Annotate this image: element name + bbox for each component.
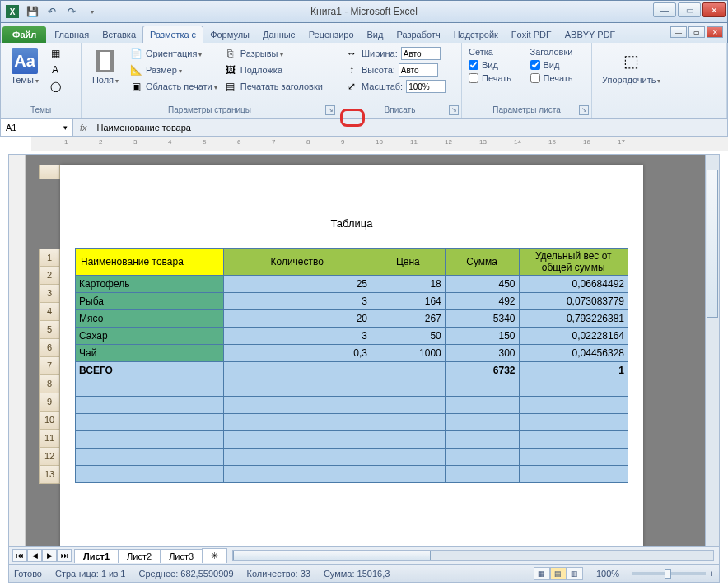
minimize-button[interactable]: — <box>653 2 676 17</box>
total-share-cell[interactable]: 1 <box>519 362 628 379</box>
row-header[interactable]: 5 <box>39 321 60 339</box>
sheet-options-launcher[interactable]: ↘ <box>579 105 589 115</box>
save-button[interactable]: 💾 <box>24 3 40 20</box>
background-button[interactable]: 🖼Подложка <box>224 63 323 77</box>
theme-fonts-button[interactable]: A <box>49 63 62 77</box>
view-normal-button[interactable]: ▦ <box>534 567 550 580</box>
row-header[interactable]: 7 <box>39 357 60 375</box>
row-header[interactable]: 12 <box>39 448 60 466</box>
cell-qty[interactable]: 0,3 <box>223 345 371 362</box>
margins-button[interactable]: Поля <box>88 46 123 105</box>
close-button[interactable]: ✕ <box>702 2 726 17</box>
tab-review[interactable]: Рецензиро <box>302 26 361 43</box>
undo-button[interactable]: ↶ <box>44 3 60 20</box>
header-qty[interactable]: Количество <box>223 249 371 276</box>
cell-price[interactable]: 164 <box>371 293 446 310</box>
formula-value[interactable]: Наименование товара <box>94 123 727 133</box>
header-sum[interactable]: Сумма <box>445 249 519 276</box>
cell-name[interactable]: Сахар <box>76 328 224 345</box>
fx-icon[interactable]: fx <box>73 123 94 133</box>
headings-view-checkbox[interactable] <box>530 60 540 70</box>
breaks-button[interactable]: ⎘Разрывы <box>224 46 323 61</box>
cell-qty[interactable]: 20 <box>223 310 371 328</box>
cell-qty[interactable]: 3 <box>223 293 371 310</box>
zoom-slider[interactable] <box>632 572 706 575</box>
tab-addins[interactable]: Надстройк <box>447 26 505 43</box>
total-qty-cell[interactable] <box>223 362 371 379</box>
print-titles-button[interactable]: ▤Печатать заголовки <box>224 79 323 94</box>
tab-nav-next[interactable]: ▶ <box>42 549 57 562</box>
fit-launcher[interactable]: ↘ <box>449 105 459 115</box>
orientation-button[interactable]: 📄Ориентация <box>129 46 217 61</box>
sheet-tab-3[interactable]: Лист3 <box>160 549 203 563</box>
cell-share[interactable]: 0,04456328 <box>519 345 628 362</box>
row-header[interactable]: 1 <box>39 249 60 267</box>
cell-qty[interactable]: 3 <box>223 328 371 345</box>
cell-share[interactable]: 0,02228164 <box>519 328 628 345</box>
cell-qty[interactable]: 25 <box>223 276 371 293</box>
zoom-knob[interactable] <box>665 569 671 579</box>
gridlines-print-checkbox[interactable] <box>469 73 478 83</box>
cell-price[interactable]: 267 <box>371 310 446 328</box>
cell-name[interactable]: Чай <box>76 345 224 362</box>
sheet-canvas[interactable]: A B C D E 12345678910111213 Таблица Наим… <box>26 155 719 546</box>
name-box[interactable]: A1▾ <box>1 119 73 136</box>
cell-share[interactable]: 0,06684492 <box>519 276 628 293</box>
tab-home[interactable]: Главная <box>48 26 96 43</box>
height-input[interactable] <box>399 63 438 77</box>
view-page-layout-button[interactable]: ▤ <box>550 567 567 580</box>
row-header[interactable]: 13 <box>39 466 60 484</box>
tab-abbyy-pdf[interactable]: ABBYY PDF <box>558 26 623 43</box>
redo-button[interactable]: ↷ <box>63 3 80 20</box>
workbook-close-button[interactable]: ✕ <box>707 26 723 38</box>
gridlines-view-checkbox[interactable] <box>469 60 478 70</box>
tab-formulas[interactable]: Формулы <box>203 26 256 43</box>
tab-data[interactable]: Данные <box>256 26 302 43</box>
total-sum-cell[interactable]: 6732 <box>445 362 519 379</box>
zoom-out-button[interactable]: − <box>623 569 628 579</box>
tab-page-layout[interactable]: Разметка с <box>142 26 203 43</box>
print-area-button[interactable]: ▣Область печати <box>129 79 217 94</box>
row-header[interactable]: 6 <box>39 339 60 357</box>
view-page-break-button[interactable]: ▥ <box>567 567 583 580</box>
tab-nav-last[interactable]: ⏭ <box>57 549 72 562</box>
cell-sum[interactable]: 300 <box>445 345 519 362</box>
cell-price[interactable]: 18 <box>371 276 446 293</box>
cell-sum[interactable]: 150 <box>445 328 519 345</box>
row-header[interactable]: 4 <box>39 303 60 321</box>
row-header[interactable]: 2 <box>39 267 60 285</box>
cell-sum[interactable]: 450 <box>445 276 519 293</box>
tab-nav-first[interactable]: ⏮ <box>12 549 27 562</box>
theme-effects-button[interactable]: ◯ <box>49 79 62 94</box>
file-tab[interactable]: Файл <box>2 26 46 43</box>
workbook-restore-button[interactable]: ▭ <box>688 26 705 38</box>
cell-price[interactable]: 50 <box>371 328 446 345</box>
row-header[interactable]: 3 <box>39 285 60 303</box>
row-header[interactable]: 8 <box>39 375 60 393</box>
horizontal-scrollbar[interactable] <box>232 550 714 561</box>
cell-name[interactable]: Рыба <box>76 293 224 310</box>
cell-name[interactable]: Мясо <box>76 310 224 328</box>
row-header[interactable]: 11 <box>39 430 60 448</box>
tab-foxit-pdf[interactable]: Foxit PDF <box>505 26 558 43</box>
hscroll-thumb[interactable] <box>233 551 431 560</box>
page-setup-launcher[interactable]: ↘ <box>325 105 335 115</box>
cell-sum[interactable]: 5340 <box>445 310 519 328</box>
total-name-cell[interactable]: ВСЕГО <box>76 362 224 379</box>
theme-colors-button[interactable]: ▦ <box>49 46 62 61</box>
vscroll-thumb[interactable] <box>707 170 718 318</box>
tab-view[interactable]: Вид <box>361 26 390 43</box>
sheet-tab-2[interactable]: Лист2 <box>118 549 161 563</box>
sheet-tab-1[interactable]: Лист1 <box>74 549 119 563</box>
tab-insert[interactable]: Вставка <box>96 26 142 43</box>
size-button[interactable]: 📐Размер <box>129 63 217 77</box>
total-price-cell[interactable] <box>371 362 446 379</box>
select-all-corner[interactable] <box>39 165 60 179</box>
cell-share[interactable]: 0,793226381 <box>519 310 628 328</box>
maximize-button[interactable]: ▭ <box>678 2 701 17</box>
header-price[interactable]: Цена <box>371 249 446 276</box>
cell-share[interactable]: 0,073083779 <box>519 293 628 310</box>
headings-print-checkbox[interactable] <box>530 73 540 83</box>
cell-name[interactable]: Картофель <box>76 276 224 293</box>
qat-customize[interactable] <box>83 3 100 20</box>
